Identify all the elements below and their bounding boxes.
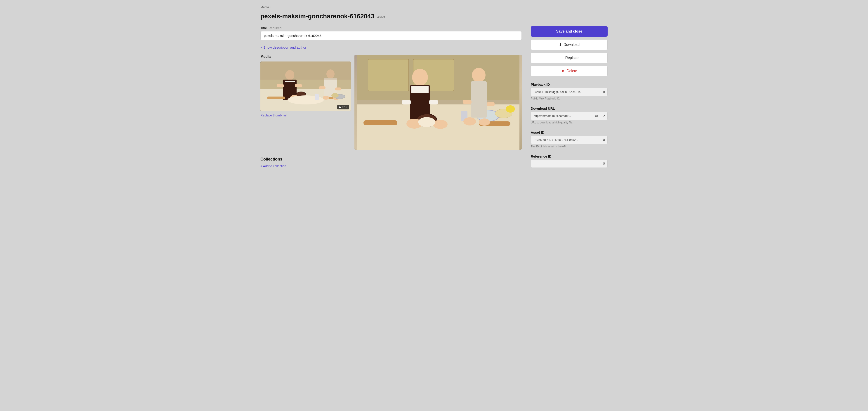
media-section: Media <box>260 55 522 150</box>
svg-rect-30 <box>411 86 429 93</box>
breadcrumb-chevron-icon: › <box>270 6 271 9</box>
asset-id-section: Asset ID 213c52fd-e177-423c-9761-9b52...… <box>531 127 608 148</box>
download-label: Download <box>563 43 580 47</box>
add-to-collection-button[interactable]: + Add to collection <box>260 164 286 168</box>
svg-rect-6 <box>295 84 302 87</box>
svg-rect-4 <box>285 81 295 82</box>
download-url-label: Download URL <box>531 106 608 110</box>
asset-id-copy-button[interactable]: ⧉ <box>600 136 608 144</box>
asset-id-actions: ⧉ <box>600 136 608 144</box>
download-button[interactable]: ⬇ Download <box>531 39 608 50</box>
svg-point-45 <box>463 117 476 125</box>
svg-rect-42 <box>471 82 487 118</box>
svg-point-41 <box>472 68 486 82</box>
cooking-scene-svg <box>260 62 351 111</box>
playback-id-actions: ⧉ <box>600 88 608 96</box>
large-preview-image <box>354 55 522 150</box>
replace-button[interactable]: ↔ Replace <box>531 53 608 63</box>
page-title: pexels-maksim-goncharenok-6162043 <box>260 13 374 20</box>
page-title-row: pexels-maksim-goncharenok-6162043 Asset <box>260 13 608 20</box>
svg-rect-32 <box>429 100 438 104</box>
title-input[interactable] <box>260 31 522 40</box>
svg-point-28 <box>412 69 428 86</box>
svg-point-21 <box>331 93 339 98</box>
reference-id-section: Reference ID ⧉ <box>531 151 608 168</box>
right-panel: Save and close ⬇ Download ↔ Replace 🗑 De… <box>531 26 608 168</box>
download-icon: ⬇ <box>559 42 562 47</box>
svg-rect-37 <box>364 120 397 125</box>
thumbnail-image <box>260 62 351 111</box>
reference-id-row: ⧉ <box>531 160 608 168</box>
svg-point-35 <box>433 120 447 129</box>
asset-type-badge: Asset <box>377 15 385 19</box>
download-url-open-button[interactable]: ↗ <box>600 112 608 120</box>
breadcrumb: Media › <box>260 5 608 9</box>
download-url-copy-button[interactable]: ⧉ <box>593 112 600 120</box>
left-panel: Title Required ▾ Show description and au… <box>260 26 522 168</box>
asset-id-note: The ID of this asset in the API. <box>531 145 608 148</box>
title-form-section: Title Required <box>260 26 522 40</box>
replace-thumbnail-button[interactable]: Replace thumbnail <box>260 114 287 117</box>
svg-rect-15 <box>319 86 326 89</box>
title-required-note: Required <box>269 26 281 30</box>
replace-icon: ↔ <box>560 56 563 60</box>
trash-icon: 🗑 <box>561 69 565 73</box>
svg-rect-10 <box>267 97 285 99</box>
download-url-actions: ⧉ ↗ <box>593 112 608 120</box>
asset-id-value: 213c52fd-e177-423c-9761-9b52... <box>531 136 600 144</box>
save-close-button[interactable]: Save and close <box>531 26 608 37</box>
reference-id-copy-button[interactable]: ⧉ <box>600 160 608 167</box>
playback-id-row: BkV00RTnBh9IgqCYXPhEKqXCPn... ⧉ <box>531 88 608 96</box>
svg-rect-31 <box>402 100 411 104</box>
show-description-label: Show description and author <box>264 45 306 49</box>
asset-id-label: Asset ID <box>531 130 608 134</box>
chevron-down-icon: ▾ <box>260 46 262 49</box>
reference-id-actions: ⧉ <box>600 160 608 167</box>
duration-value: 0:12 <box>342 105 347 109</box>
svg-point-46 <box>479 119 490 126</box>
delete-button[interactable]: 🗑 Delete <box>531 66 608 76</box>
large-scene-svg <box>354 55 522 150</box>
video-icon: ▶ <box>339 105 341 109</box>
playback-id-value: BkV00RTnBh9IgqCYXPhEKqXCPn... <box>531 88 600 96</box>
video-preview-large <box>354 55 522 150</box>
svg-rect-44 <box>487 102 495 106</box>
video-duration-badge: ▶ 0:12 <box>337 105 349 109</box>
download-url-section: Download URL https://stream.mux.com/Bk..… <box>531 103 608 124</box>
svg-rect-16 <box>335 88 341 90</box>
svg-rect-43 <box>463 100 471 104</box>
svg-point-36 <box>418 117 435 127</box>
reference-id-value <box>531 161 600 166</box>
playback-id-section: Playback ID BkV00RTnBh9IgqCYXPhEKqXCPn..… <box>531 79 608 100</box>
reference-id-label: Reference ID <box>531 154 608 158</box>
breadcrumb-media-link[interactable]: Media <box>260 5 269 9</box>
thumbnail-column: Media <box>260 55 351 117</box>
playback-id-copy-button[interactable]: ⧉ <box>600 88 608 96</box>
playback-id-note: Public Mux Playback ID. <box>531 97 608 100</box>
asset-id-row: 213c52fd-e177-423c-9761-9b52... ⧉ <box>531 136 608 144</box>
download-url-note: URL to download a high quality file. <box>531 121 608 124</box>
title-label: Title Required <box>260 26 522 30</box>
svg-point-17 <box>323 96 329 100</box>
playback-id-label: Playback ID <box>531 83 608 86</box>
download-url-row: https://stream.mux.com/Bk... ⧉ ↗ <box>531 112 608 120</box>
svg-rect-5 <box>277 84 284 87</box>
show-description-toggle[interactable]: ▾ Show description and author <box>260 45 306 49</box>
media-section-label: Media <box>260 55 351 59</box>
collections-section: Collections + Add to collection <box>260 157 522 168</box>
delete-label: Delete <box>567 69 577 73</box>
svg-point-48 <box>506 105 515 113</box>
thumbnail-wrapper: ▶ 0:12 <box>260 62 351 111</box>
svg-rect-26 <box>368 59 409 91</box>
svg-rect-22 <box>260 62 351 80</box>
collections-label: Collections <box>260 157 522 162</box>
download-url-value: https://stream.mux.com/Bk... <box>531 112 593 120</box>
svg-rect-20 <box>315 94 319 100</box>
replace-label: Replace <box>565 56 579 60</box>
